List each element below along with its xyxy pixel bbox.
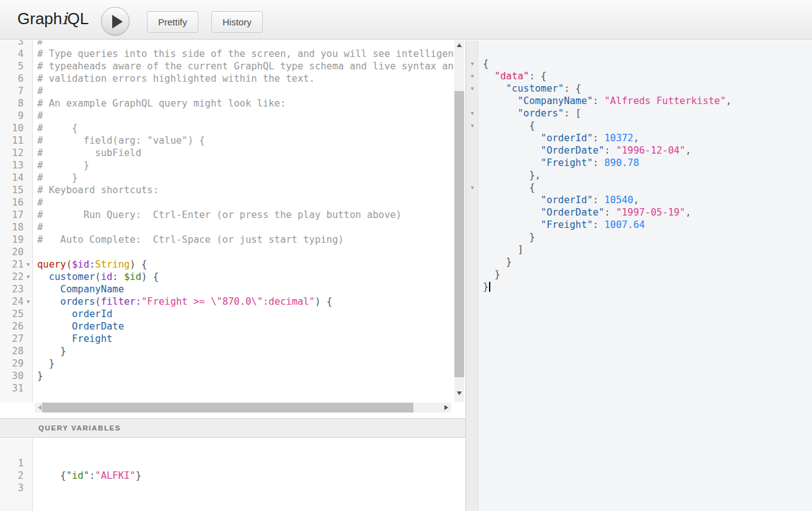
- fold-arrow-icon[interactable]: ▾: [24, 258, 33, 271]
- fold-arrow-icon[interactable]: ▾: [466, 70, 479, 82]
- code-text: }: [479, 231, 812, 243]
- code-text: # }: [33, 159, 454, 172]
- scroll-up-button[interactable]: [454, 40, 464, 50]
- horizontal-scrollbar[interactable]: [35, 403, 451, 413]
- fold-gutter-spacer: [24, 320, 33, 333]
- execute-query-button[interactable]: [101, 7, 130, 35]
- line-number: 25: [0, 308, 24, 320]
- line-number: 15: [0, 184, 24, 196]
- code-line: },: [466, 169, 812, 181]
- code-line[interactable]: 31: [0, 382, 454, 395]
- code-line[interactable]: 29 }: [0, 357, 454, 370]
- toolbar: GraphiQL Prettify History: [0, 0, 812, 40]
- code-text: ]: [479, 243, 812, 256]
- code-text: {: [479, 181, 812, 194]
- line-number: 12: [0, 147, 24, 159]
- fold-gutter-spacer: [24, 382, 33, 395]
- code-line[interactable]: 26 OrderDate: [0, 320, 454, 333]
- code-text: # }: [33, 172, 454, 184]
- code-line[interactable]: 23 CompanyName: [0, 283, 454, 295]
- fold-gutter-spacer: [24, 357, 33, 370]
- scroll-down-button[interactable]: [454, 388, 464, 398]
- code-line[interactable]: 15# Keyboard shortcuts:: [0, 184, 454, 196]
- query-editor[interactable]: 3#4# Type queries into this side of the …: [0, 40, 454, 403]
- code-line[interactable]: 30}: [0, 370, 454, 382]
- code-line[interactable]: 7#: [0, 85, 454, 97]
- code-line[interactable]: 20: [0, 246, 454, 258]
- code-line[interactable]: 14# }: [0, 172, 454, 184]
- code-line[interactable]: 8# An example GraphQL query might look l…: [0, 97, 454, 110]
- fold-gutter-spacer: [466, 157, 479, 169]
- code-text: "OrderDate": "1997-05-19",: [479, 206, 812, 219]
- fold-gutter-spacer: [24, 159, 33, 172]
- query-variables-title: QUERY VARIABLES: [38, 424, 121, 432]
- code-line: "Freight": 890.78: [466, 157, 812, 169]
- prettify-button[interactable]: Prettify: [147, 11, 198, 33]
- code-line[interactable]: 11# field(arg: "value") {: [0, 134, 454, 147]
- code-line: "OrderDate": "1997-05-19",: [466, 206, 812, 219]
- fold-gutter-spacer: [466, 206, 479, 219]
- scroll-down-icon: [457, 391, 462, 395]
- code-line[interactable]: 19# Auto Complete: Ctrl-Space (or just s…: [0, 234, 454, 246]
- code-text: # field(arg: "value") {: [33, 134, 454, 147]
- code-line[interactable]: 12# subField: [0, 147, 454, 159]
- fold-gutter-spacer: [466, 95, 479, 107]
- fold-arrow-icon[interactable]: ▾: [466, 58, 479, 70]
- line-number: 13: [0, 159, 24, 172]
- code-line[interactable]: 10# {: [0, 122, 454, 134]
- fold-gutter-spacer: [466, 144, 479, 157]
- line-number: 6: [0, 72, 24, 85]
- code-line[interactable]: 13# }: [0, 159, 454, 172]
- fold-arrow-icon[interactable]: ▾: [466, 107, 479, 120]
- code-line[interactable]: 27 Freight: [0, 333, 454, 345]
- history-button[interactable]: History: [211, 11, 263, 33]
- code-line: "CompanyName": "Alfreds Futterkiste",: [466, 95, 812, 107]
- code-line[interactable]: 16#: [0, 196, 454, 209]
- vertical-scrollbar[interactable]: [454, 40, 464, 402]
- code-line[interactable]: 3: [0, 482, 466, 494]
- code-line[interactable]: 28 }: [0, 345, 454, 357]
- code-text: #: [33, 221, 454, 234]
- code-text: }: [479, 268, 812, 281]
- code-line[interactable]: 5# typeaheads aware of the current Graph…: [0, 60, 454, 72]
- code-line[interactable]: 24▾ orders(filter:"Freight >= \"870.0\":…: [0, 295, 454, 308]
- line-number: 20: [0, 246, 24, 258]
- fold-arrow-icon[interactable]: ▾: [24, 271, 33, 283]
- code-line: }: [466, 281, 812, 293]
- code-text: #: [33, 196, 454, 209]
- code-text: # {: [33, 122, 454, 134]
- variables-editor[interactable]: 12 {"id":"ALFKI"}3: [0, 439, 466, 511]
- code-text: # validation errors highlighted within t…: [33, 72, 454, 85]
- logo-text-graph: Graph: [17, 9, 62, 28]
- vertical-scrollbar-thumb[interactable]: [454, 91, 464, 377]
- code-line[interactable]: 22▾ customer(id: $id) {: [0, 271, 454, 283]
- code-line[interactable]: 17# Run Query: Ctrl-Enter (or press the …: [0, 209, 454, 221]
- code-line[interactable]: 1: [0, 457, 466, 470]
- logo-text-ql: QL: [68, 9, 89, 28]
- fold-arrow-icon[interactable]: ▾: [24, 295, 33, 308]
- fold-gutter-spacer: [24, 122, 33, 134]
- horizontal-scrollbar-thumb[interactable]: [42, 403, 413, 413]
- fold-gutter-spacer: [24, 246, 33, 258]
- line-number: 1: [0, 457, 24, 470]
- fold-arrow-icon[interactable]: ▾: [466, 120, 479, 132]
- fold-gutter-spacer: [24, 333, 33, 345]
- scroll-up-icon: [457, 43, 462, 47]
- code-line[interactable]: 21▾query($id:String) {: [0, 258, 454, 271]
- fold-arrow-icon[interactable]: ▾: [466, 82, 479, 95]
- code-line[interactable]: 3#: [0, 40, 454, 48]
- code-line[interactable]: 6# validation errors highlighted within …: [0, 72, 454, 85]
- code-line: "OrderDate": "1996-12-04",: [466, 144, 812, 157]
- line-number: 8: [0, 97, 24, 110]
- code-line[interactable]: 18#: [0, 221, 454, 234]
- code-line[interactable]: 2 {"id":"ALFKI"}: [0, 470, 466, 482]
- code-line[interactable]: 4# Type queries into this side of the sc…: [0, 48, 454, 60]
- fold-gutter-spacer: [466, 219, 479, 231]
- line-number: 27: [0, 333, 24, 345]
- code-line: "orderId": 10372,: [466, 132, 812, 144]
- scroll-right-button[interactable]: [441, 403, 451, 413]
- query-variables-header[interactable]: QUERY VARIABLES: [0, 418, 466, 438]
- fold-arrow-icon[interactable]: ▾: [466, 181, 479, 194]
- code-line[interactable]: 9#: [0, 110, 454, 122]
- code-line[interactable]: 25 orderId: [0, 308, 454, 320]
